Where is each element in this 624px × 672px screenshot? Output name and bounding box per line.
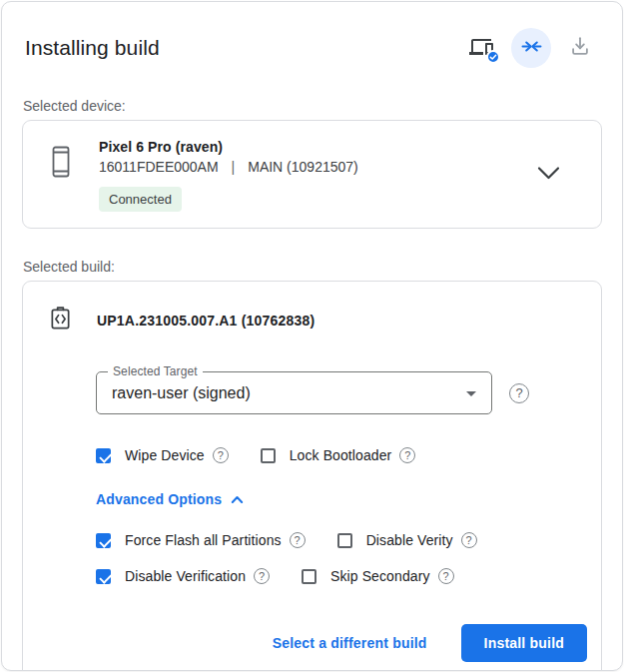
- selected-device-card[interactable]: Pixel 6 Pro (raven) 16011FDEE000AM|MAIN …: [22, 120, 602, 229]
- device-meta: 16011FDEE000AM|MAIN (10921507): [99, 159, 536, 175]
- advanced-options-toggle[interactable]: Advanced Options: [96, 491, 244, 507]
- step-icons: [462, 28, 600, 68]
- page-title: Installing build: [25, 36, 160, 60]
- installing-build-dialog: Installing build: [1, 1, 623, 671]
- download-step-button[interactable]: [560, 28, 600, 68]
- device-name: Pixel 6 Pro (raven): [99, 139, 536, 155]
- checkbox-lock-bootloader[interactable]: Lock Bootloader ?: [261, 447, 416, 463]
- help-icon[interactable]: ?: [399, 447, 415, 463]
- checkbox-disable-verification[interactable]: Disable Verification ?: [96, 568, 270, 584]
- smartphone-icon: [49, 145, 73, 183]
- selected-build-label: Selected build:: [22, 259, 602, 275]
- checkbox-box[interactable]: [96, 533, 111, 548]
- target-row: Selected Target raven-user (signed) ?: [96, 371, 577, 414]
- select-different-build-button[interactable]: Select a different build: [269, 627, 431, 659]
- dialog-header: Installing build: [22, 28, 602, 68]
- checkbox-row-advanced-1: Force Flash all Partitions ? Disable Ver…: [96, 532, 577, 548]
- checkbox-force-flash-all-partitions[interactable]: Force Flash all Partitions ?: [96, 532, 306, 548]
- install-build-button[interactable]: Install build: [461, 624, 587, 662]
- build-head: UP1A.231005.007.A1 (10762838): [49, 306, 577, 335]
- help-icon[interactable]: ?: [461, 532, 477, 548]
- checkbox-disable-verity[interactable]: Disable Verity ?: [337, 532, 477, 548]
- checkbox-box[interactable]: [96, 569, 111, 584]
- footer-actions: Select a different build Install build: [96, 624, 587, 662]
- select-value: raven-user (signed): [97, 372, 491, 413]
- checkbox-row-advanced-2: Disable Verification ? Skip Secondary ?: [96, 568, 577, 584]
- selected-build-card: UP1A.231005.007.A1 (10762838) Selected T…: [22, 281, 602, 671]
- target-help-icon[interactable]: ?: [509, 383, 529, 403]
- device-info: Pixel 6 Pro (raven) 16011FDEE000AM|MAIN …: [99, 139, 536, 212]
- checkbox-box[interactable]: [302, 569, 316, 584]
- build-body: Selected Target raven-user (signed) ? Wi…: [96, 371, 577, 662]
- checkbox-row-main: Wipe Device ? Lock Bootloader ?: [96, 447, 577, 463]
- device-connected-check-icon: [486, 50, 500, 64]
- selected-device-label: Selected device:: [22, 98, 602, 114]
- selected-target-select[interactable]: Selected Target raven-user (signed): [96, 371, 492, 414]
- device-selected-step-button[interactable]: [462, 28, 502, 68]
- checkbox-box[interactable]: [337, 533, 352, 548]
- chevron-down-icon[interactable]: [536, 166, 561, 186]
- help-icon[interactable]: ?: [290, 532, 306, 548]
- download-icon: [569, 35, 591, 61]
- device-build-branch: MAIN (10921507): [248, 159, 358, 175]
- meta-separator: |: [232, 159, 236, 175]
- flash-step-button[interactable]: [511, 28, 551, 68]
- flash-connect-icon: [521, 36, 542, 61]
- build-clipboard-code-icon: [49, 306, 72, 335]
- chevron-up-icon: [231, 495, 244, 504]
- device-serial: 16011FDEE000AM: [99, 159, 219, 175]
- status-badge: Connected: [99, 187, 182, 212]
- checkbox-box[interactable]: [261, 448, 276, 463]
- devices-icon: [468, 35, 496, 61]
- checkbox-box[interactable]: [96, 448, 111, 463]
- checkbox-skip-secondary[interactable]: Skip Secondary ?: [302, 568, 453, 584]
- checkbox-wipe-device[interactable]: Wipe Device ?: [96, 447, 229, 463]
- help-icon[interactable]: ?: [438, 568, 454, 584]
- select-dropdown-arrow-icon: [466, 391, 476, 396]
- help-icon[interactable]: ?: [213, 447, 229, 463]
- help-icon[interactable]: ?: [254, 568, 270, 584]
- build-name: UP1A.231005.007.A1 (10762838): [97, 313, 314, 329]
- select-label: Selected Target: [108, 364, 203, 378]
